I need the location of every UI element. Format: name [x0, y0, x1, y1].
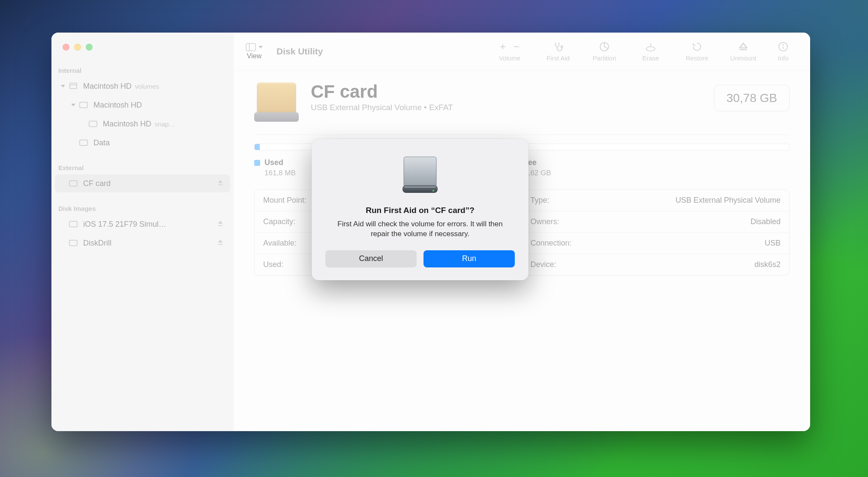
svg-rect-14: [402, 185, 438, 193]
chevron-down-icon: [258, 45, 263, 49]
restore-button[interactable]: Restore: [676, 41, 718, 62]
toolbar-label: Info: [778, 54, 788, 62]
info-key: Device:: [531, 260, 556, 269]
sidebar-section-disk-images: Disk Images: [51, 193, 234, 215]
disk-image-icon: [68, 238, 79, 248]
sidebar-item-label: CF card: [83, 179, 111, 188]
svg-rect-2: [89, 121, 97, 127]
usage-fill-used: [255, 144, 260, 150]
legend-label: Used: [264, 158, 283, 167]
toolbar-label: Restore: [686, 54, 709, 62]
eject-icon: [739, 41, 748, 53]
svg-point-13: [783, 45, 784, 45]
disk-subtitle: USB External Physical Volume • ExFAT: [311, 103, 702, 112]
minimize-button[interactable]: [74, 44, 81, 51]
info-row: Connection:USB: [522, 233, 790, 254]
toolbar-label: Partition: [592, 54, 616, 62]
disk-image-icon: [68, 219, 79, 229]
info-value: Disabled: [751, 217, 781, 226]
eject-icon[interactable]: [217, 180, 225, 187]
volume-controls[interactable]: + − Volume: [486, 41, 533, 62]
window-title: Disk Utility: [276, 46, 323, 57]
sidebar-section-internal: Internal: [51, 60, 234, 77]
sidebar-item-macintosh-hd[interactable]: Macintosh HD: [55, 96, 230, 114]
info-key: Connection:: [531, 239, 572, 248]
view-button[interactable]: View: [246, 43, 263, 60]
sidebar-item-label: DiskDrill: [83, 239, 111, 248]
info-value: disk6s2: [754, 260, 781, 269]
volume-icon: [68, 81, 79, 91]
eject-icon[interactable]: [217, 220, 225, 228]
first-aid-button[interactable]: First Aid: [537, 41, 580, 62]
info-key: Type:: [531, 196, 550, 205]
info-key: Owners:: [531, 217, 559, 226]
eject-icon[interactable]: [217, 239, 225, 247]
sidebar-item-label: Macintosh HD: [93, 101, 142, 110]
first-aid-dialog: Run First Aid on “CF card”? First Aid wi…: [312, 139, 529, 280]
sidebar-item-macintosh-hd-container[interactable]: Macintosh HD volumes: [55, 77, 230, 95]
svg-rect-1: [80, 102, 87, 108]
svg-rect-3: [80, 140, 87, 146]
info-key: Available:: [263, 239, 297, 248]
toolbar-label: Erase: [642, 54, 659, 62]
run-button[interactable]: Run: [423, 250, 515, 267]
sidebar-item-diskdrill[interactable]: DiskDrill: [55, 234, 230, 252]
disk-header: CF card USB External Physical Volume • E…: [254, 82, 790, 122]
cancel-button[interactable]: Cancel: [325, 250, 417, 267]
plus-icon: +: [500, 41, 506, 53]
svg-rect-6: [69, 240, 77, 246]
svg-rect-15: [404, 186, 436, 188]
info-button[interactable]: Info: [768, 41, 798, 62]
info-icon: [778, 41, 788, 53]
svg-rect-5: [69, 222, 77, 227]
sidebar-section-external: External: [51, 152, 234, 174]
sidebar-item-cf-card[interactable]: CF card: [55, 174, 230, 192]
sidebar-item-label: iOS 17.5 21F79 Simul…: [83, 220, 166, 229]
disk-icon: [78, 100, 89, 110]
chevron-down-icon: [70, 102, 76, 108]
partition-button[interactable]: Partition: [583, 41, 626, 62]
sidebar-item-suffix: volumes: [135, 83, 159, 90]
sidebar: Internal Macintosh HD volumes Macintosh …: [51, 33, 234, 431]
info-key: Capacity:: [263, 217, 295, 226]
sidebar-toggle-icon: [246, 43, 256, 51]
toolbar-label: Volume: [499, 54, 520, 62]
dialog-title: Run First Aid on “CF card”?: [366, 206, 475, 215]
toolbar-label: First Aid: [547, 54, 570, 62]
info-row: Device:disk6s2: [522, 254, 790, 275]
disk-icon: [87, 119, 99, 129]
sidebar-item-label: Data: [93, 138, 110, 147]
toolbar: View Disk Utility + − Volume First Aid: [234, 33, 810, 70]
svg-point-9: [561, 46, 563, 48]
sidebar-item-macintosh-hd-snapshot[interactable]: Macintosh HD snap…: [55, 115, 230, 133]
external-drive-icon: [396, 151, 444, 198]
capacity-box: 30,78 GB: [714, 85, 790, 111]
toolbar-label: View: [247, 52, 261, 60]
info-row: Type:USB External Physical Volume: [522, 190, 790, 211]
pie-icon: [599, 41, 610, 53]
minus-icon: −: [514, 41, 520, 53]
info-value: USB External Physical Volume: [676, 196, 781, 205]
svg-rect-7: [246, 43, 255, 51]
svg-rect-0: [70, 83, 77, 89]
svg-rect-4: [69, 181, 77, 186]
erase-button[interactable]: Erase: [629, 41, 672, 62]
divider: [254, 135, 790, 135]
zoom-button[interactable]: [86, 44, 93, 51]
sidebar-item-ios-simulator[interactable]: iOS 17.5 21F79 Simul…: [55, 215, 230, 233]
legend-swatch-used: [254, 160, 260, 166]
disk-title: CF card: [311, 82, 702, 101]
erase-icon: [645, 41, 657, 53]
legend-value: 161,8 MB: [254, 169, 296, 177]
info-key: Mount Point:: [263, 196, 306, 205]
legend-used: Used 161,8 MB: [254, 158, 296, 177]
unmount-button[interactable]: Unmount: [722, 41, 765, 62]
close-button[interactable]: [63, 44, 69, 51]
window-controls: [51, 33, 234, 60]
info-value: USB: [765, 239, 781, 248]
stethoscope-icon: [553, 41, 564, 53]
external-disk-icon: [68, 178, 79, 189]
chevron-down-icon: [60, 83, 66, 89]
sidebar-item-data[interactable]: Data: [55, 134, 230, 152]
external-drive-icon: [254, 82, 299, 122]
